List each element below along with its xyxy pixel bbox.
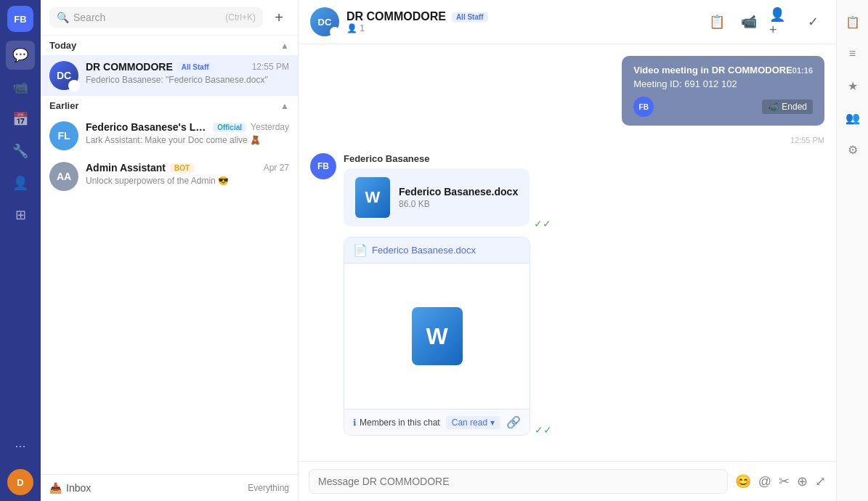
copy-link-button[interactable]: 🔗	[506, 415, 521, 429]
right-panel-star-icon[interactable]: ★	[840, 73, 866, 99]
doc-big-word-icon: W	[412, 307, 463, 365]
nav-tools-icon[interactable]: 🔧	[6, 137, 35, 166]
doc-file-icon-small: 📄	[353, 243, 368, 257]
done-button[interactable]: ✓	[801, 10, 824, 33]
chat-name-row-admin: Admin Assistant BOT Apr 27	[86, 162, 289, 174]
sent-tick-1: ✓✓	[534, 218, 551, 229]
doc-preview-filename: Federico Basanese.docx	[372, 245, 476, 256]
message-timestamp: 12:55 PM	[310, 136, 824, 144]
video-sender-avatar: FB	[633, 97, 654, 117]
info-icon: ℹ	[353, 418, 357, 428]
video-footer: FB 📹 Ended	[633, 97, 813, 117]
new-chat-button[interactable]: +	[269, 7, 289, 28]
earlier-label: Earlier	[49, 100, 78, 111]
bot-badge: BOT	[170, 163, 194, 173]
dropdown-arrow-icon: ▾	[490, 418, 495, 428]
file-message-row: FB Federico Basanese W Federico Basanese…	[310, 153, 824, 436]
inbox-icon: 📥	[49, 482, 62, 494]
message-input[interactable]	[309, 469, 728, 494]
inbox-section[interactable]: 📥 Inbox	[49, 482, 91, 494]
chat-time: 12:55 PM	[252, 62, 289, 72]
main-chat: DC ⚙ DR COMMODORE All Staff 👤 1 📋 📹 👤+ ✓	[299, 0, 836, 501]
message-input-area: 😊 @ ✂ ⊕ ⤢	[299, 461, 836, 501]
nav-grid-icon[interactable]: ⊞	[6, 200, 35, 229]
inbox-filter-dropdown[interactable]: Everything	[248, 483, 289, 493]
header-settings-icon: ⚙	[330, 27, 340, 37]
chat-item-admin-assistant[interactable]: AA Admin Assistant BOT Apr 27 Unlock sup…	[41, 156, 298, 197]
right-panel-settings-icon[interactable]: ⚙	[840, 137, 866, 163]
sidebar: 🔍 Search (Ctrl+K) + Today ▲ DC ⚙ DR COMM…	[41, 0, 299, 501]
doc-preview-footer: ℹ Members in this chat Can read ▾ 🔗	[344, 409, 530, 435]
chat-name: DR COMMODORE	[86, 61, 173, 73]
chat-avatar-federico-la: FL	[49, 121, 78, 150]
right-panel-list-icon[interactable]: ≡	[840, 41, 866, 67]
header-actions: 📋 📹 👤+ ✓	[705, 10, 824, 33]
chat-item-dr-commodore[interactable]: DC ⚙ DR COMMODORE All Staff 12:55 PM Fed…	[41, 55, 298, 96]
add-member-button[interactable]: 👤+	[769, 10, 792, 33]
can-read-badge[interactable]: Can read ▾	[446, 416, 500, 429]
file-name: Federico Basanese.docx	[399, 186, 518, 197]
earlier-collapse-icon[interactable]: ▲	[280, 101, 289, 111]
official-badge: Official	[213, 123, 246, 132]
chat-time-federico: Yesterday	[251, 122, 289, 132]
can-read-label: Can read	[452, 418, 487, 428]
chat-header: DC ⚙ DR COMMODORE All Staff 👤 1 📋 📹 👤+ ✓	[299, 0, 836, 44]
today-label: Today	[49, 40, 76, 51]
add-attachment-button[interactable]: ⊕	[797, 473, 808, 489]
video-meeting-card: Video meeting in DR COMMODORE 01:16 Meet…	[622, 56, 824, 126]
chat-name-admin: Admin Assistant	[86, 162, 166, 174]
inbox-label: Inbox	[66, 482, 91, 494]
user-avatar[interactable]: FB	[7, 6, 33, 32]
today-section-header: Today ▲	[41, 36, 298, 55]
nav-more-icon[interactable]: ···	[6, 431, 35, 460]
permissions-label: Members in this chat	[360, 418, 440, 428]
nav-calendar-icon[interactable]: 📅	[6, 105, 35, 134]
chat-name-row: DR COMMODORE All Staff 12:55 PM	[86, 61, 289, 73]
video-meeting-container: Video meeting in DR COMMODORE 01:16 Meet…	[310, 56, 824, 131]
earlier-section-header: Earlier ▲	[41, 96, 298, 115]
expand-button[interactable]: ⤢	[815, 473, 826, 489]
chat-time-admin: Apr 27	[264, 163, 289, 173]
right-panel-members-icon[interactable]: 👥	[840, 105, 866, 131]
chat-avatar-dr-commodore: DC ⚙	[49, 61, 78, 90]
nav-bottom-avatar[interactable]: D	[7, 469, 33, 495]
today-collapse-icon[interactable]: ▲	[280, 41, 289, 51]
nav-video-icon[interactable]: 📹	[6, 73, 35, 102]
emoji-button[interactable]: 😊	[735, 473, 751, 489]
chat-info-federico-la: Federico Basanese's La... Official Yeste…	[86, 121, 289, 145]
header-avatar: DC ⚙	[310, 7, 339, 36]
chat-item-federico-la[interactable]: FL Federico Basanese's La... Official Ye…	[41, 115, 298, 156]
meeting-id: Meeting ID: 691 012 102	[633, 78, 813, 89]
search-icon: 🔍	[57, 12, 69, 23]
chat-preview-federico: Lark Assistant: Make your Doc come alive…	[86, 135, 289, 145]
chat-name-row-federico: Federico Basanese's La... Official Yeste…	[86, 121, 289, 133]
header-subtitle: 👤 1	[346, 23, 698, 33]
scissors-button[interactable]: ✂	[779, 473, 790, 489]
doc-preview-card[interactable]: 📄 Federico Basanese.docx W ℹ Members in …	[344, 237, 530, 436]
ended-badge: 📹 Ended	[762, 99, 813, 114]
settings-gear-icon: ⚙	[68, 80, 80, 91]
nav-contacts-icon[interactable]: 👤	[6, 168, 35, 197]
file-attachment-card[interactable]: W Federico Basanese.docx 86.0 KB	[344, 168, 530, 227]
chat-avatar-admin: AA	[49, 162, 78, 191]
nav-messages-icon[interactable]: 💬	[6, 41, 35, 70]
chat-preview-admin: Unlock superpowers of the Admin 😎	[86, 176, 289, 186]
msg-sender-name: Federico Basanese	[344, 153, 824, 164]
file-details: Federico Basanese.docx 86.0 KB	[399, 186, 518, 209]
msg-content: Federico Basanese W Federico Basanese.do…	[344, 153, 824, 436]
right-panel-pin-icon[interactable]: 📋	[840, 9, 866, 35]
video-call-button[interactable]: 📹	[737, 10, 760, 33]
search-shortcut: (Ctrl+K)	[225, 12, 256, 23]
chat-info-dr-commodore: DR COMMODORE All Staff 12:55 PM Federico…	[86, 61, 289, 85]
mention-button[interactable]: @	[758, 474, 771, 489]
left-navigation: FB 💬 📹 📅 🔧 👤 ⊞ ··· D	[0, 0, 41, 501]
present-button[interactable]: 📋	[705, 10, 729, 33]
right-panel: 📋 ≡ ★ 👥 ⚙	[836, 0, 868, 501]
messages-area: Video meeting in DR COMMODORE 01:16 Meet…	[299, 44, 836, 461]
chat-name-federico: Federico Basanese's La...	[86, 121, 208, 133]
search-placeholder: Search	[73, 12, 221, 23]
msg-sender-avatar: FB	[310, 153, 336, 179]
search-box[interactable]: 🔍 Search (Ctrl+K)	[49, 7, 263, 28]
permissions-info: ℹ Members in this chat	[353, 418, 440, 428]
all-staff-badge: All Staff	[177, 62, 214, 72]
